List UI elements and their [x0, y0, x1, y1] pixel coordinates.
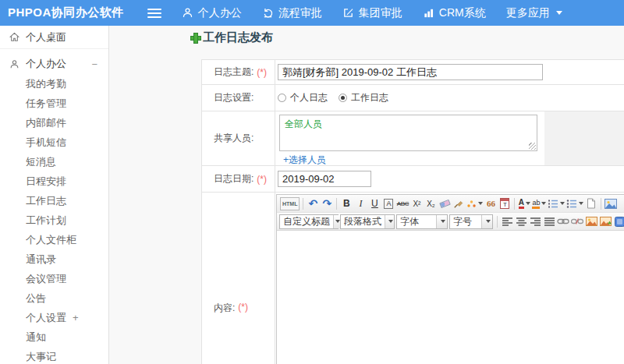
font-size-select[interactable]: 字号	[449, 214, 493, 229]
caret-down-icon	[481, 215, 492, 228]
rich-text-editor: HTML ↶ ↷ B I U A ABC X² X₂	[276, 194, 624, 364]
align-right-button[interactable]	[529, 214, 541, 229]
sidebar-item-meeting-management[interactable]: 会议管理	[0, 269, 108, 288]
align-justify-icon	[544, 217, 555, 226]
share-label: 共享人员:	[202, 111, 275, 165]
date-input[interactable]	[278, 171, 371, 187]
html-source-button[interactable]: HTML	[280, 197, 300, 210]
share-people-textarea[interactable]: 全部人员	[279, 115, 537, 151]
new-page-icon	[587, 198, 596, 209]
link-button[interactable]	[557, 214, 569, 229]
highlight-color-button[interactable]: ab	[532, 196, 546, 211]
sidebar-section-personal-office[interactable]: 个人办公 −	[0, 54, 108, 74]
italic-button[interactable]: I	[354, 196, 367, 211]
sidebar-item-task-management[interactable]: 任务管理	[0, 94, 108, 113]
sidebar-item-notification[interactable]: 通知	[0, 327, 108, 347]
insert-image-button[interactable]	[604, 196, 617, 211]
redo-button[interactable]: ↷	[321, 196, 333, 211]
sidebar-item-short-message[interactable]: 短消息	[0, 152, 108, 171]
nav-item-crm-system[interactable]: CRM系统	[423, 6, 486, 20]
sidebar-item-contacts[interactable]: 通讯录	[0, 249, 108, 269]
hamburger-menu-icon[interactable]	[147, 9, 161, 18]
form-row-subject: 日志主题: (*)	[202, 60, 624, 85]
remove-format-button[interactable]	[438, 196, 451, 211]
sidebar-item-personal-settings[interactable]: 个人设置+	[0, 308, 108, 327]
align-center-button[interactable]	[515, 214, 527, 229]
editor-content-area[interactable]	[277, 231, 624, 364]
new-page-button[interactable]	[585, 196, 597, 211]
paste-text-button[interactable]: T	[498, 196, 511, 211]
sidebar-item-memorabilia[interactable]: 大事记	[0, 347, 108, 364]
align-left-button[interactable]	[501, 214, 513, 229]
toolbar-separator	[336, 198, 337, 210]
nav-item-personal-office[interactable]: 个人办公	[182, 6, 242, 20]
sidebar-item-announcement[interactable]: 公告	[0, 288, 108, 308]
resize-handle[interactable]	[529, 143, 536, 150]
toolbar-separator	[514, 198, 515, 210]
image-upload-button[interactable]	[599, 214, 612, 229]
font-family-select[interactable]: 字体	[396, 214, 448, 229]
heading-select[interactable]: 自定义标题	[279, 214, 339, 229]
format-brush-button[interactable]	[452, 196, 465, 211]
caret-down-icon	[579, 202, 583, 205]
work-log-radio-label[interactable]: 工作日志	[351, 91, 388, 104]
sidebar-item-work-log[interactable]: 工作日志	[0, 191, 108, 210]
form-row-share: 共享人员: 全部人员 +选择人员	[202, 111, 624, 166]
undo-button[interactable]: ↶	[307, 196, 319, 211]
unlink-button[interactable]	[571, 214, 583, 229]
paragraph-format-select[interactable]: 段落格式	[340, 214, 395, 229]
subject-input[interactable]	[278, 64, 543, 80]
sidebar-item-work-plan[interactable]: 工作计划	[0, 210, 108, 230]
nav-item-more-apps[interactable]: 更多应用	[506, 6, 562, 20]
editor-toolbar-row1: HTML ↶ ↷ B I U A ABC X² X₂	[277, 195, 624, 213]
align-left-icon	[502, 217, 512, 226]
sidebar-item-personal-desktop[interactable]: 个人桌面	[0, 26, 108, 49]
collapse-minus-icon[interactable]: −	[91, 58, 98, 70]
required-mark: (*)	[257, 174, 267, 185]
form-row-setting: 日志设置: 个人日志 工作日志	[202, 85, 624, 111]
bold-button[interactable]: B	[340, 196, 353, 211]
user-icon	[182, 7, 193, 19]
superscript-button[interactable]: X²	[410, 196, 423, 211]
ordered-list-button[interactable]	[548, 196, 565, 211]
blockquote-button[interactable]: 66	[484, 196, 497, 211]
media-button[interactable]	[613, 214, 624, 229]
font-size-box-button[interactable]: A	[382, 196, 395, 211]
top-navbar: PHPOA协同办公软件 个人办公 流程审批 集团审批 CRM系统	[0, 0, 624, 26]
strikethrough-button[interactable]: ABC	[396, 196, 409, 211]
underline-button[interactable]: U	[368, 196, 381, 211]
work-log-radio[interactable]	[339, 94, 347, 102]
sidebar-item-schedule[interactable]: 日程安排	[0, 171, 108, 191]
share-area: 全部人员 +选择人员	[275, 111, 544, 165]
sidebar-item-mobile-sms[interactable]: 手机短信	[0, 133, 108, 152]
sidebar-item-internal-mail[interactable]: 内部邮件	[0, 113, 108, 133]
subject-label: 日志主题: (*)	[202, 60, 275, 84]
sidebar-item-personal-files[interactable]: 个人文件柜	[0, 230, 108, 249]
sidebar-item-my-attendance[interactable]: 我的考勤	[0, 74, 108, 94]
sidebar-section-label: 个人办公	[26, 57, 66, 71]
caret-down-icon	[556, 11, 562, 15]
auto-typeset-button[interactable]	[466, 196, 483, 211]
label-text: 日志主题:	[214, 65, 254, 79]
unordered-list-button[interactable]	[566, 196, 583, 211]
image-button[interactable]	[585, 214, 597, 229]
choose-people-link[interactable]: +选择人员	[283, 154, 326, 167]
personal-log-radio-label[interactable]: 个人日志	[290, 91, 328, 104]
caret-down-icon	[478, 202, 483, 205]
nav-item-workflow-approval[interactable]: 流程审批	[262, 6, 322, 20]
expand-plus-icon[interactable]: +	[73, 312, 79, 323]
align-center-icon	[516, 217, 526, 226]
select-value: 字体	[397, 215, 436, 228]
user-icon	[9, 59, 20, 69]
sidebar-item-label: 个人设置	[26, 312, 66, 323]
nav-label: 更多应用	[506, 6, 550, 20]
clipboard-glyph: T	[503, 201, 507, 208]
nav-item-group-approval[interactable]: 集团审批	[342, 6, 402, 20]
sidebar-item-label: 个人桌面	[26, 30, 66, 44]
personal-log-radio[interactable]	[278, 94, 286, 102]
nav-label: CRM系统	[439, 6, 486, 20]
align-justify-button[interactable]	[543, 214, 555, 229]
subscript-button[interactable]: X₂	[424, 196, 437, 211]
unlink-icon	[571, 217, 583, 225]
font-color-button[interactable]: A	[518, 196, 530, 211]
